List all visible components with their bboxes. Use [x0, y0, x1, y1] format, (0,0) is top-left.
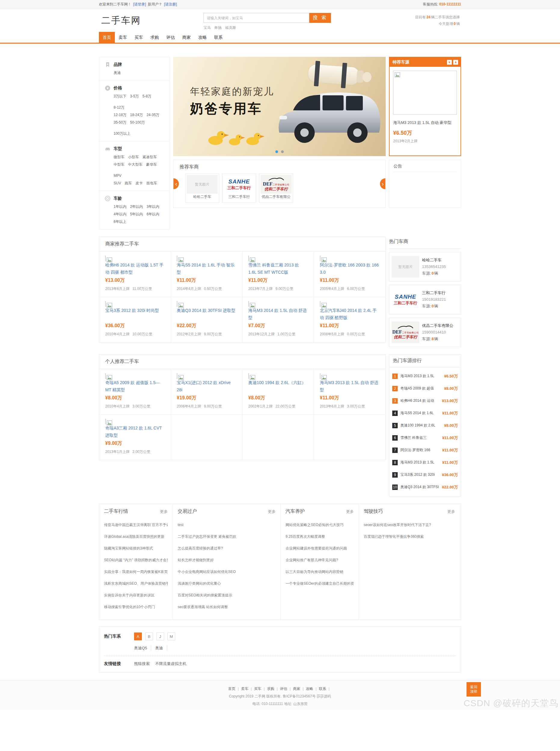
car-image[interactable]: [105, 373, 106, 379]
filter-link[interactable]: 6年以内: [146, 211, 159, 218]
friend-link[interactable]: 不限流量虚拟主机: [155, 661, 186, 667]
dealer-card[interactable]: 暂无图片 哈哈二手车 13536541235 车源:0辆: [389, 252, 461, 282]
ranking-row[interactable]: 3 哈弗H6 2014 款 运动 ¥13.00万: [392, 394, 458, 407]
hero-banner[interactable]: 年轻家庭的新宠儿 奶爸专用车: [173, 57, 386, 156]
nav-item[interactable]: 联系: [211, 32, 226, 43]
nav-item[interactable]: 卖车: [115, 32, 131, 43]
ranking-row[interactable]: 5 奥迪100 1994 款 2.6L ¥8.00万: [392, 419, 458, 431]
dealer-card[interactable]: 暂无图片 哈哈二手车: [185, 174, 219, 203]
footer-nav-link[interactable]: 卖车: [241, 685, 254, 693]
filter-link[interactable]: 中型车: [114, 161, 124, 169]
car-image[interactable]: [320, 256, 320, 262]
car-title[interactable]: 雪佛兰 科鲁兹三厢 2013 款 1.6L SE MT WTCC版: [248, 262, 308, 276]
series-link[interactable]: 奥迪Q5: [134, 646, 151, 651]
dealer-card[interactable]: SANHE 三和二手车行 三和二手车行 15019183221 车源:0辆: [389, 285, 461, 314]
carousel-next-icon[interactable]: ›: [380, 178, 385, 189]
car-title[interactable]: 宝马3系 2012 款 320i 时尚型: [105, 307, 165, 321]
register-link[interactable]: [请注册]: [164, 2, 177, 7]
filter-link[interactable]: 24-35万: [146, 111, 159, 119]
car-image[interactable]: [320, 301, 320, 307]
article-link[interactable]: 9.25百度再次大幅度调整: [285, 531, 354, 543]
article-link[interactable]: 详谈Global.asa清除及百度快照的更新: [104, 531, 168, 543]
article-link[interactable]: 一个专业做SEOer的必须建立自己长期的资源: [285, 578, 354, 590]
car-image[interactable]: [105, 256, 106, 262]
hot-keyword-link[interactable]: 宝马: [203, 25, 211, 31]
footer-nav-link[interactable]: 买车: [254, 685, 267, 693]
dealer-card[interactable]: DEF二手车销售公司 优和二手车行 优品二手车有限公: [259, 174, 293, 203]
filter-link[interactable]: 35-50万: [114, 119, 126, 126]
footer-nav-link[interactable]: 评估: [280, 685, 293, 693]
hot-keyword-link[interactable]: 奔驰: [214, 25, 222, 31]
scroll-up-icon[interactable]: ∧: [453, 60, 458, 65]
ranking-row[interactable]: 2 奇瑞A5 2009 款 超值 ¥8.00万: [392, 382, 458, 394]
article-link[interactable]: SEO站内篇 “内力” 强劲招数的威力才会更大: [104, 554, 168, 566]
car-image[interactable]: [177, 301, 177, 307]
car-title[interactable]: 宝马X1(进口) 2012 款 xDrive 28i: [177, 379, 236, 393]
car-image[interactable]: [393, 71, 457, 115]
footer-nav-link[interactable]: 商家: [293, 685, 306, 693]
dealer-card[interactable]: SANHE 三和二手车行 三和二手车行: [222, 174, 256, 203]
search-input[interactable]: [203, 13, 309, 23]
car-title[interactable]: 奇瑞A5 2009 款 超值版 1.5—MT 精英型: [105, 379, 165, 393]
car-image[interactable]: [177, 373, 177, 379]
ranking-row[interactable]: 10 奥迪Q3 2014 款 30TFSI ¥22.00万: [392, 481, 458, 493]
car-title[interactable]: 阿尔法·罗密欧 166 2003 款 166 3.0: [320, 262, 379, 276]
banner-dot[interactable]: [281, 150, 284, 153]
footer-nav-link[interactable]: 首页: [228, 685, 241, 693]
article-link[interactable]: 网站优化策略之SEO必知的七大技巧: [285, 519, 354, 531]
ranking-row[interactable]: 6 雪佛兰 科鲁兹三 ¥11.00万: [392, 431, 458, 444]
filter-link[interactable]: 奥迪: [114, 69, 121, 77]
filter-link[interactable]: 100万以上: [114, 130, 131, 137]
filter-link[interactable]: 中大型车: [128, 161, 142, 169]
nav-item[interactable]: 评估: [163, 32, 179, 43]
scroll-down-icon[interactable]: ∨: [447, 60, 452, 65]
nav-item[interactable]: 商家: [179, 32, 195, 43]
login-link[interactable]: [请登录]: [133, 2, 146, 7]
ranking-row[interactable]: 8 海马M3 2013 款 1.5L ¥11.00万: [392, 456, 458, 468]
filter-link[interactable]: 8-12万: [114, 104, 124, 111]
filter-link[interactable]: 50-100万: [130, 119, 145, 126]
series-letter-tab[interactable]: J: [156, 633, 164, 640]
article-link[interactable]: 百度对SEO相关词的搜索置顶提示: [178, 590, 276, 601]
filter-link[interactable]: 5年以内: [130, 211, 143, 218]
filter-link[interactable]: 1年以内: [114, 203, 126, 211]
filter-link[interactable]: 3-5万: [130, 93, 139, 100]
car-title[interactable]: 海马M3 2014 款 1.5L 自动 舒适型: [248, 307, 308, 321]
car-image[interactable]: [177, 256, 177, 262]
car-title[interactable]: 奇瑞A3三厢 2012 款 1.6L CVT 进取型: [105, 424, 165, 439]
filter-link[interactable]: 皮卡: [136, 179, 143, 187]
ranking-row[interactable]: 9 宝马3系 2012 款 320i ¥36.00万: [392, 468, 458, 481]
article-link[interactable]: seo要求逐渐增高 站长如何调整: [178, 601, 276, 613]
article-link[interactable]: test: [178, 519, 276, 531]
car-title[interactable]: 哈弗H6 2014 款 运动版 1.5T 手动 四驱 都市型: [105, 262, 165, 276]
filter-link[interactable]: 12-18万: [114, 111, 126, 119]
more-link[interactable]: 更多: [447, 509, 455, 514]
ranking-row[interactable]: 1 海马M3 2013 款 1.5L ¥6.50万: [392, 370, 458, 382]
carousel-prev-icon[interactable]: ‹: [174, 178, 179, 189]
filter-link[interactable]: 微型车: [114, 153, 124, 161]
nav-item[interactable]: 攻略: [195, 32, 211, 43]
filter-link[interactable]: 2年以内: [130, 203, 143, 211]
article-link[interactable]: 隐藏淘宝客网站链接的3种形式: [104, 543, 168, 554]
article-link[interactable]: 实战分享：我是如何一周内恢复被K首页的: [104, 566, 168, 578]
filter-link[interactable]: 紧凑型车: [142, 153, 157, 161]
filter-link[interactable]: 3年以内: [146, 203, 159, 211]
footer-nav-link[interactable]: 攻略: [306, 685, 319, 693]
filter-link[interactable]: MPV: [114, 172, 121, 179]
series-letter-tab[interactable]: A: [134, 633, 142, 640]
article-link[interactable]: 浅析京东商城的SEO、用户体验及营销手段(一): [104, 578, 168, 590]
more-link[interactable]: 更多: [346, 509, 354, 514]
car-title[interactable]: 奥迪100 1994 款 2.6L（六缸）: [248, 379, 308, 393]
car-title[interactable]: 海马M3 2013 款 1.5L 自动 舒适型: [320, 379, 379, 393]
article-link[interactable]: 以三大目标为导向推动网站内容营销: [285, 566, 354, 578]
filter-link[interactable]: 豪华车: [146, 161, 157, 169]
filter-link[interactable]: 面包车: [146, 179, 157, 187]
article-link[interactable]: seoer该如何在seo改革开放时代下活下去?: [364, 519, 455, 531]
filter-link[interactable]: 4年以内: [114, 211, 126, 218]
more-link[interactable]: 更多: [268, 509, 276, 514]
car-title[interactable]: 海马M3 2013 款 1.5L 自动 豪华型: [393, 119, 457, 126]
article-link[interactable]: 浅谈医疗类网站的优化重心: [178, 578, 276, 590]
car-image[interactable]: [105, 419, 106, 424]
article-link[interactable]: 中小企业电商网站应该如何优化SEO: [178, 566, 276, 578]
friend-link[interactable]: 熊猫搜索: [134, 661, 150, 667]
